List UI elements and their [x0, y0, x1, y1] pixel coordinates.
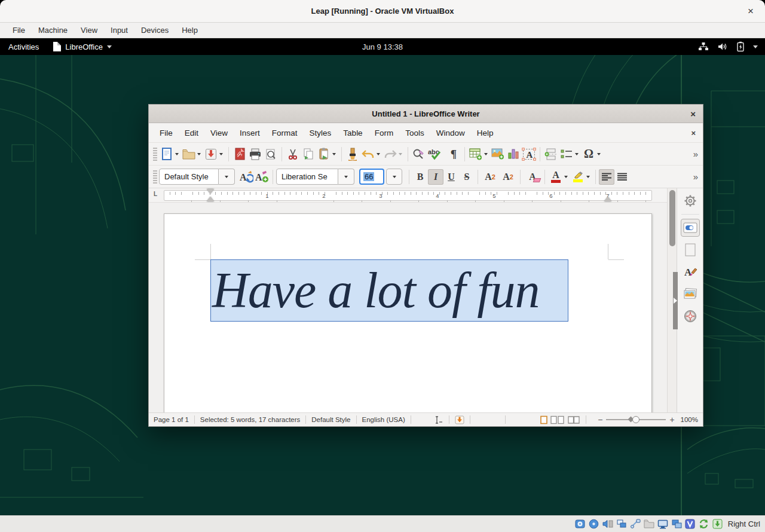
tab-type-selector[interactable]: L — [154, 191, 157, 197]
italic-button[interactable]: I — [428, 169, 443, 185]
vbox-menu-help[interactable]: Help — [175, 24, 204, 36]
sidebar-gallery-tab[interactable] — [681, 285, 700, 303]
toolbar-drag-handle[interactable] — [153, 170, 157, 184]
insert-mode-icon[interactable] — [434, 416, 443, 424]
open-button[interactable] — [181, 146, 197, 162]
cut-button[interactable] — [285, 146, 301, 162]
zoom-percent[interactable]: 100% — [681, 416, 698, 423]
menu-form[interactable]: Form — [369, 126, 400, 140]
print-preview-button[interactable] — [263, 146, 279, 162]
bullet-list-dropdown-icon[interactable] — [575, 153, 579, 155]
subscript-button[interactable]: A2 — [499, 169, 517, 185]
seamless-windows-status-icon[interactable] — [671, 519, 682, 530]
insert-table-dropdown-icon[interactable] — [484, 153, 488, 155]
vbox-menu-devices[interactable]: Devices — [134, 24, 175, 36]
status-page-count[interactable]: Page 1 of 1 — [154, 416, 189, 423]
find-replace-button[interactable] — [411, 146, 427, 162]
toolbar-overflow-icon[interactable]: » — [691, 149, 700, 159]
sidebar-settings-button[interactable] — [681, 192, 700, 210]
font-name-value[interactable]: Liberation Se — [276, 169, 338, 185]
paragraph-style-combo[interactable]: Default Style — [159, 169, 235, 185]
menu-file[interactable]: File — [154, 126, 179, 140]
zoom-in-button[interactable]: + — [669, 415, 674, 424]
highlight-color-button[interactable] — [570, 169, 586, 185]
sidebar-properties-tab[interactable] — [681, 219, 700, 237]
sidebar-page-tab[interactable] — [681, 241, 700, 259]
spelling-button[interactable]: abc — [427, 146, 446, 162]
desktop[interactable]: Untitled 1 - LibreOffice Writer × File E… — [0, 55, 765, 515]
multi-page-view-icon[interactable] — [550, 415, 565, 424]
copy-button[interactable] — [301, 146, 316, 162]
undo-dropdown-icon[interactable] — [377, 153, 380, 155]
align-left-button[interactable] — [599, 169, 614, 185]
usb-status-icon[interactable] — [630, 519, 641, 530]
font-size-input[interactable]: 66 — [359, 169, 384, 185]
activities-button[interactable]: Activities — [0, 42, 47, 51]
menu-styles[interactable]: Styles — [304, 126, 338, 140]
special-character-dropdown-icon[interactable] — [597, 153, 601, 155]
status-page-style[interactable]: Default Style — [311, 416, 350, 423]
strikethrough-button[interactable]: S — [459, 169, 475, 185]
menu-insert[interactable]: Insert — [234, 126, 266, 140]
document-canvas[interactable]: Have a lot of fun — [149, 203, 667, 412]
menu-view[interactable]: View — [204, 126, 234, 140]
justify-button[interactable] — [614, 169, 630, 185]
underline-button[interactable]: U — [443, 169, 459, 185]
paste-dropdown-icon[interactable] — [332, 153, 336, 155]
new-document-button[interactable] — [159, 146, 175, 162]
unsaved-changes-icon[interactable] — [455, 415, 464, 424]
document-text[interactable]: Have a lot of fun — [211, 265, 540, 316]
paragraph-style-value[interactable]: Default Style — [159, 169, 219, 185]
menu-window[interactable]: Window — [430, 126, 471, 140]
document-page[interactable]: Have a lot of fun — [164, 213, 652, 412]
insert-chart-button[interactable] — [506, 146, 521, 162]
menu-format[interactable]: Format — [266, 126, 304, 140]
superscript-button[interactable]: A2 — [481, 169, 499, 185]
clock[interactable]: Jun 9 13:38 — [362, 42, 403, 51]
scrollbar-thumb[interactable] — [669, 190, 675, 246]
sidebar-navigator-tab[interactable] — [681, 307, 700, 325]
insert-table-button[interactable] — [468, 146, 484, 162]
open-dropdown-icon[interactable] — [197, 153, 201, 155]
zoom-out-button[interactable]: − — [598, 415, 602, 424]
insert-textbox-button[interactable]: A — [521, 146, 537, 162]
status-word-count[interactable]: Selected: 5 words, 17 characters — [200, 416, 300, 423]
vm-features-status-icon[interactable] — [685, 519, 696, 530]
vbox-menu-input[interactable]: Input — [104, 24, 134, 36]
vbox-menu-machine[interactable]: Machine — [32, 24, 74, 36]
print-button[interactable] — [247, 146, 263, 162]
menu-edit[interactable]: Edit — [179, 126, 204, 140]
sidebar-styles-tab[interactable]: A — [681, 263, 700, 281]
undo-button[interactable] — [360, 146, 376, 162]
paragraph-style-dropdown[interactable] — [219, 169, 235, 185]
writer-titlebar[interactable]: Untitled 1 - LibreOffice Writer × — [149, 105, 703, 123]
font-size-combo[interactable]: 66 — [359, 169, 402, 185]
zoom-slider[interactable] — [606, 419, 666, 420]
font-name-dropdown[interactable] — [338, 169, 354, 185]
font-name-combo[interactable]: Liberation Se — [276, 169, 354, 185]
new-document-dropdown-icon[interactable] — [175, 153, 179, 155]
menu-tools[interactable]: Tools — [399, 126, 430, 140]
vbox-menu-file[interactable]: File — [6, 24, 32, 36]
save-button[interactable] — [203, 146, 219, 162]
toolbar-drag-handle[interactable] — [153, 148, 157, 161]
bold-button[interactable]: B — [412, 169, 428, 185]
redo-button[interactable] — [382, 146, 398, 162]
document-close-icon[interactable]: × — [691, 129, 696, 137]
formatting-marks-button[interactable]: ¶ — [446, 146, 461, 162]
shared-folders-status-icon[interactable] — [644, 519, 654, 530]
optical-disc-status-icon[interactable] — [589, 519, 599, 530]
save-dropdown-icon[interactable] — [219, 153, 223, 155]
paste-button[interactable] — [316, 146, 332, 162]
app-menu-button[interactable]: LibreOffice — [47, 42, 118, 51]
vbox-menu-view[interactable]: View — [74, 24, 104, 36]
font-size-dropdown[interactable] — [386, 169, 402, 185]
insert-page-break-button[interactable] — [543, 146, 559, 162]
drag-drop-status-icon[interactable] — [712, 519, 723, 530]
sidebar-hide-handle[interactable] — [673, 272, 678, 329]
menu-help[interactable]: Help — [471, 126, 500, 140]
clear-formatting-button[interactable]: A — [524, 169, 541, 185]
ruler-strip[interactable]: 1 2 3 4 5 6 7 — [164, 190, 652, 201]
new-style-button[interactable]: A — [254, 169, 270, 185]
book-view-icon[interactable] — [567, 415, 580, 424]
